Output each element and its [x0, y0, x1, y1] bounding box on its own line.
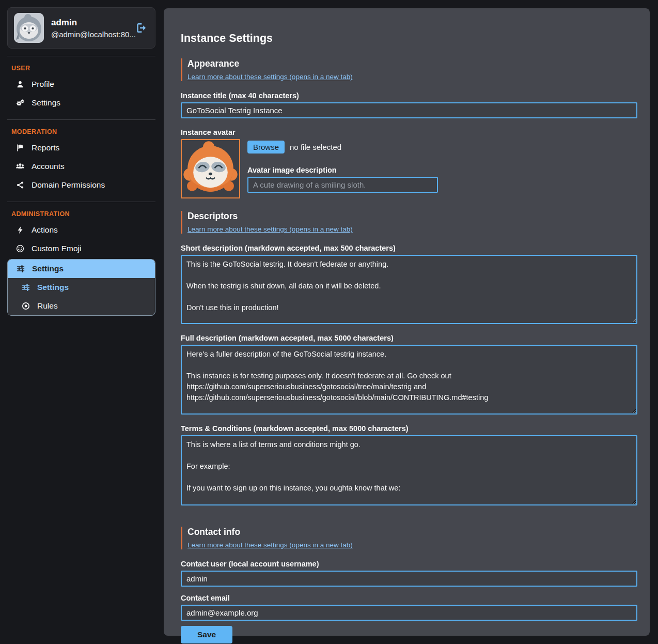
- sidebar-item-label: Accounts: [32, 162, 65, 171]
- instance-avatar-label: Instance avatar: [181, 128, 637, 136]
- sidebar-subitem-rules[interactable]: Rules: [8, 297, 155, 315]
- sloth-avatar-gray-icon: [14, 13, 44, 43]
- avatar-description-label: Avatar image description: [247, 166, 637, 174]
- user-meta: admin @admin@localhost:80...: [51, 18, 128, 39]
- users-icon: [15, 162, 25, 171]
- sliders-icon: [16, 265, 25, 273]
- descriptors-learn-more-link[interactable]: Learn more about these settings (opens i…: [187, 225, 353, 233]
- contact-email-input[interactable]: [181, 605, 637, 621]
- terms-label: Terms & Conditions (markdown accepted, m…: [181, 424, 637, 433]
- sidebar-item-settings[interactable]: Settings: [8, 259, 155, 278]
- contact-user-input[interactable]: [181, 571, 637, 587]
- contact-user-field: Contact user (local account username): [181, 560, 637, 587]
- user-card[interactable]: admin @admin@localhost:80...: [7, 7, 155, 49]
- instance-avatar-row: Browse no file selected Avatar image des…: [181, 139, 637, 198]
- divider: [7, 119, 155, 120]
- sidebar-item-label: Profile: [32, 80, 54, 89]
- avatar-controls: Browse no file selected Avatar image des…: [247, 139, 637, 193]
- contact-email-label: Contact email: [181, 594, 637, 602]
- sidebar-subitem-label: Rules: [37, 301, 58, 311]
- nav-heading-moderation: MODERATION: [11, 128, 155, 135]
- sidebar-item-label: Settings: [32, 98, 60, 108]
- nav-heading-user: USER: [11, 65, 155, 72]
- instance-title-input[interactable]: [181, 102, 637, 118]
- full-description-label: Full description (markdown accepted, max…: [181, 334, 637, 342]
- instance-avatar-image: [181, 139, 240, 198]
- sliders-icon: [21, 283, 30, 292]
- sidebar-subitem-settings[interactable]: Settings: [8, 278, 155, 297]
- sidebar-item-label: Actions: [32, 225, 58, 235]
- sidebar-item-label: Domain Permissions: [32, 180, 105, 190]
- contact-email-field: Contact email: [181, 594, 637, 621]
- bolt-icon: [15, 226, 25, 234]
- page-title: Instance Settings: [181, 32, 637, 45]
- logout-button[interactable]: [135, 22, 149, 34]
- contact-section-header: Contact info Learn more about these sett…: [181, 527, 637, 549]
- divider: [7, 202, 155, 202]
- sloth-avatar-orange-icon: [182, 140, 239, 197]
- circle-dot-icon: [21, 302, 30, 310]
- sign-out-icon: [136, 23, 148, 33]
- sidebar-item-reports[interactable]: Reports: [7, 139, 155, 157]
- sidebar-item-profile[interactable]: Profile: [7, 75, 155, 94]
- sidebar-item-label: Settings: [32, 264, 64, 273]
- gears-icon: [15, 99, 25, 107]
- main-panel: Instance Settings Appearance Learn more …: [164, 8, 650, 636]
- instance-avatar-field: Instance avatar: [181, 128, 637, 198]
- save-button[interactable]: Save: [181, 626, 232, 643]
- settings-submenu: Settings Rules: [8, 278, 155, 315]
- file-picker: Browse no file selected: [247, 141, 637, 154]
- file-status-text: no file selected: [290, 143, 341, 151]
- contact-user-label: Contact user (local account username): [181, 560, 637, 568]
- user-icon: [15, 80, 25, 88]
- spacer: [181, 515, 637, 527]
- sidebar-subitem-label: Settings: [37, 283, 69, 292]
- user-avatar: [14, 13, 44, 43]
- divider: [7, 56, 155, 56]
- share-nodes-icon: [15, 181, 25, 189]
- contact-heading: Contact info: [187, 527, 637, 538]
- full-description-textarea[interactable]: Here's a fuller description of the GoToS…: [181, 345, 637, 415]
- sidebar: admin @admin@localhost:80... USER Profil…: [0, 0, 164, 644]
- instance-title-field: Instance title (max 40 characters): [181, 91, 637, 118]
- appearance-learn-more-link[interactable]: Learn more about these settings (opens i…: [187, 73, 353, 81]
- full-description-field: Full description (markdown accepted, max…: [181, 334, 637, 415]
- descriptors-heading: Descriptors: [187, 211, 637, 222]
- short-description-field: Short description (markdown accepted, ma…: [181, 244, 637, 324]
- sidebar-item-user-settings[interactable]: Settings: [7, 94, 155, 112]
- sidebar-item-label: Reports: [32, 143, 59, 152]
- sidebar-item-accounts[interactable]: Accounts: [7, 157, 155, 176]
- nav-heading-administration: ADMINISTRATION: [11, 210, 155, 218]
- sidebar-item-label: Custom Emoji: [32, 244, 81, 253]
- terms-field: Terms & Conditions (markdown accepted, m…: [181, 424, 637, 505]
- appearance-heading: Appearance: [187, 58, 637, 69]
- instance-title-label: Instance title (max 40 characters): [181, 91, 637, 100]
- avatar-description-input[interactable]: [247, 177, 438, 193]
- sidebar-item-actions[interactable]: Actions: [7, 221, 155, 239]
- browse-button[interactable]: Browse: [247, 141, 285, 154]
- contact-learn-more-link[interactable]: Learn more about these settings (opens i…: [187, 541, 353, 549]
- user-name: admin: [51, 18, 128, 28]
- sidebar-item-domain-permissions[interactable]: Domain Permissions: [7, 176, 155, 194]
- settings-menu-block: Settings Settings: [7, 259, 155, 316]
- short-description-textarea[interactable]: This is the GoToSocial testrig. It doesn…: [181, 255, 637, 324]
- terms-textarea[interactable]: This is where a list of terms and condit…: [181, 435, 637, 505]
- user-handle: @admin@localhost:80...: [51, 30, 128, 39]
- flag-icon: [15, 144, 25, 152]
- appearance-section-header: Appearance Learn more about these settin…: [181, 58, 637, 81]
- smile-icon: [15, 244, 25, 253]
- short-description-label: Short description (markdown accepted, ma…: [181, 244, 637, 252]
- sidebar-item-custom-emoji[interactable]: Custom Emoji: [7, 239, 155, 258]
- descriptors-section-header: Descriptors Learn more about these setti…: [181, 211, 637, 234]
